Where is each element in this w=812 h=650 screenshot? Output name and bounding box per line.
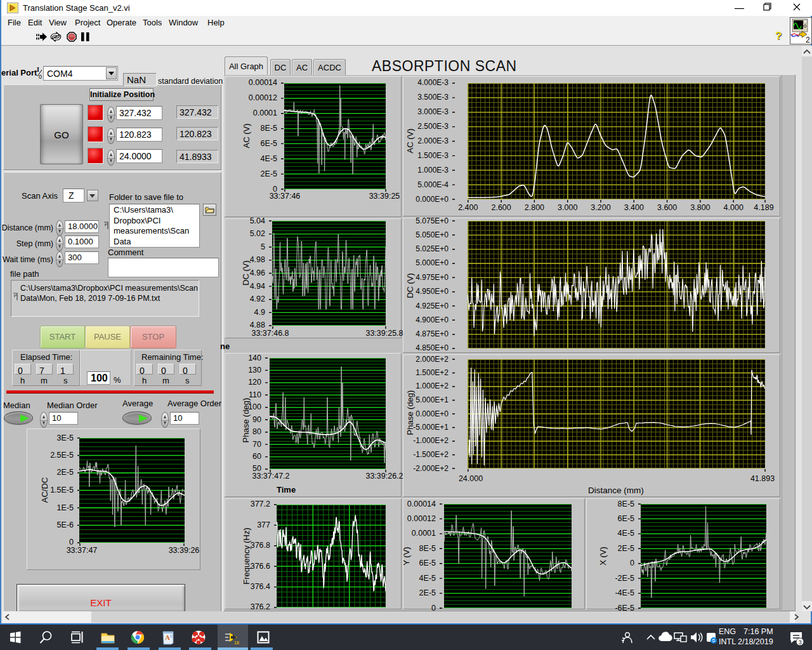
svg-text:A: A [165, 633, 170, 641]
svg-text:18: 18 [234, 640, 239, 645]
svg-text:3: 3 [799, 639, 802, 646]
